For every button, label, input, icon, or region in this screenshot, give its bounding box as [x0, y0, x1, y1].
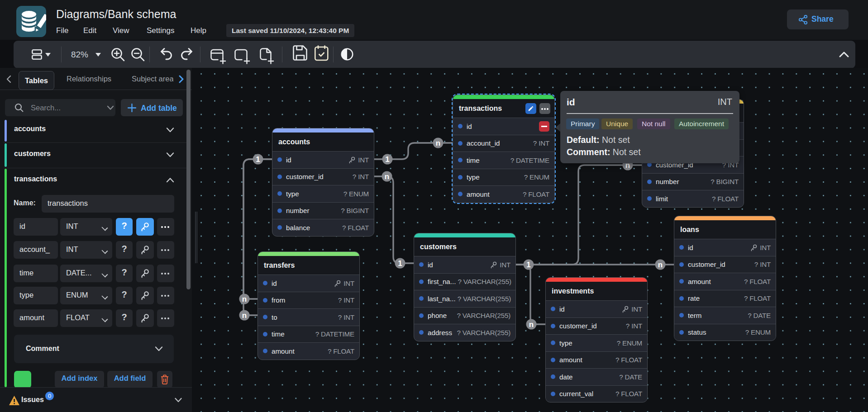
- svg-text:1: 1: [385, 155, 389, 164]
- svg-text:1: 1: [398, 259, 402, 268]
- svg-text:n: n: [658, 260, 663, 269]
- svg-text:1: 1: [526, 260, 530, 269]
- svg-text:n: n: [529, 320, 534, 329]
- svg-text:1: 1: [256, 155, 260, 164]
- svg-text:n: n: [242, 311, 247, 320]
- svg-text:n: n: [242, 295, 247, 303]
- svg-text:n: n: [385, 172, 389, 181]
- svg-text:n: n: [436, 139, 440, 147]
